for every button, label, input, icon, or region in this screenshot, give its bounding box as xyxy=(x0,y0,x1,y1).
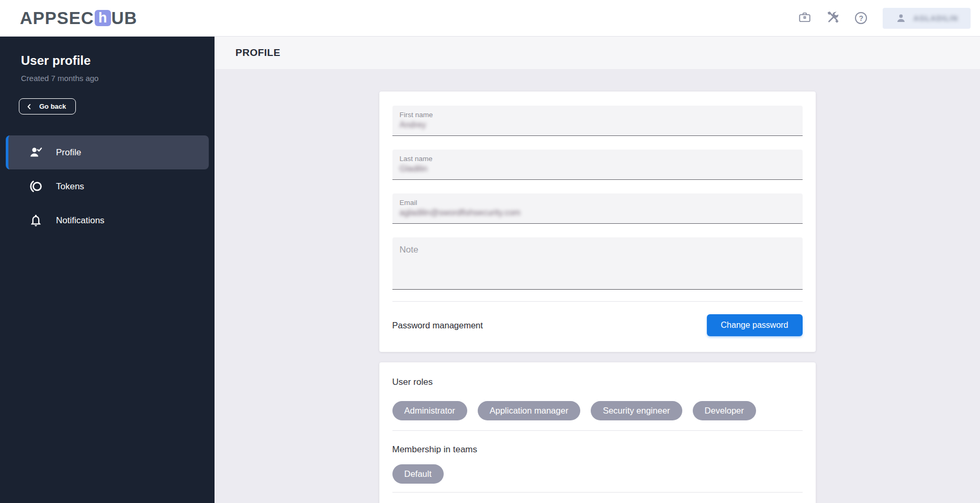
app-logo[interactable]: APPSEC h UB xyxy=(20,8,137,28)
page-title: PROFILE xyxy=(235,47,280,59)
membership-teams-title: Membership in teams xyxy=(392,444,803,455)
username-label: AGLADILIN xyxy=(914,14,958,22)
role-chip: Developer xyxy=(693,401,756,420)
roles-card: User roles Administrator Application man… xyxy=(379,362,816,503)
password-management-label: Password management xyxy=(392,321,483,330)
teams-chips: Default xyxy=(392,464,803,484)
sidebar-title: User profile xyxy=(21,53,215,68)
person-icon xyxy=(895,13,907,24)
teams-divider xyxy=(392,492,803,493)
go-back-label: Go back xyxy=(39,102,66,110)
briefcase-icon xyxy=(798,10,812,26)
last-name-field[interactable]: Last name xyxy=(392,150,803,180)
roles-divider xyxy=(392,430,803,431)
first-name-field[interactable]: First name xyxy=(392,106,803,136)
user-roles-title: User roles xyxy=(392,377,803,387)
email-label: Email xyxy=(400,199,795,207)
tools-icon xyxy=(826,10,840,26)
role-chip: Security engineer xyxy=(591,401,682,420)
help-glyph: ? xyxy=(859,14,864,22)
briefcase-button[interactable] xyxy=(794,7,816,29)
role-chip: Administrator xyxy=(392,401,467,420)
logo-h-icon: h xyxy=(95,10,111,26)
card-divider xyxy=(392,301,803,302)
sidebar-item-label: Notifications xyxy=(56,215,105,226)
content-area: First name Last name Email Passw xyxy=(215,69,980,503)
sidebar-nav: Profile Tokens xyxy=(0,135,215,237)
password-row: Password management Change password xyxy=(392,314,803,336)
user-menu-button[interactable]: AGLADILIN xyxy=(883,8,971,29)
person-check-icon xyxy=(29,145,43,159)
bell-icon xyxy=(29,213,43,227)
last-name-input[interactable] xyxy=(400,164,795,174)
first-name-label: First name xyxy=(400,111,795,119)
help-icon: ? xyxy=(855,12,867,24)
app-window: APPSEC h UB xyxy=(0,0,980,503)
page-title-bar: PROFILE xyxy=(215,37,980,69)
sidebar-item-label: Tokens xyxy=(56,181,84,192)
chevron-left-icon xyxy=(26,103,33,110)
first-name-input[interactable] xyxy=(400,120,795,130)
help-button[interactable]: ? xyxy=(850,7,872,29)
main-area: PROFILE First name Last name Email xyxy=(215,37,980,503)
sidebar-item-tokens[interactable]: Tokens xyxy=(0,169,215,203)
sidebar-item-notifications[interactable]: Notifications xyxy=(0,203,215,237)
user-roles-chips: Administrator Application manager Securi… xyxy=(392,401,803,420)
logo-text-post: UB xyxy=(111,8,138,28)
last-name-label: Last name xyxy=(400,155,795,163)
email-field[interactable]: Email xyxy=(392,193,803,224)
change-password-button[interactable]: Change password xyxy=(707,314,803,336)
note-textarea[interactable] xyxy=(392,237,803,290)
logo-text-pre: APPSEC xyxy=(20,8,94,28)
go-back-button[interactable]: Go back xyxy=(19,98,76,115)
role-chip: Application manager xyxy=(478,401,580,420)
tokens-icon xyxy=(29,179,43,193)
sidebar-subtitle: Created 7 months ago xyxy=(21,74,215,83)
team-chip: Default xyxy=(392,464,444,484)
header-actions: ? AGLADILIN xyxy=(794,7,971,29)
sidebar-item-label: Profile xyxy=(56,147,81,158)
sidebar-item-profile[interactable]: Profile xyxy=(6,135,209,169)
tools-button[interactable] xyxy=(822,7,844,29)
top-header: APPSEC h UB xyxy=(0,0,980,37)
profile-card: First name Last name Email Passw xyxy=(379,92,816,352)
email-input[interactable] xyxy=(400,208,795,218)
sidebar: User profile Created 7 months ago Go bac… xyxy=(0,37,215,503)
